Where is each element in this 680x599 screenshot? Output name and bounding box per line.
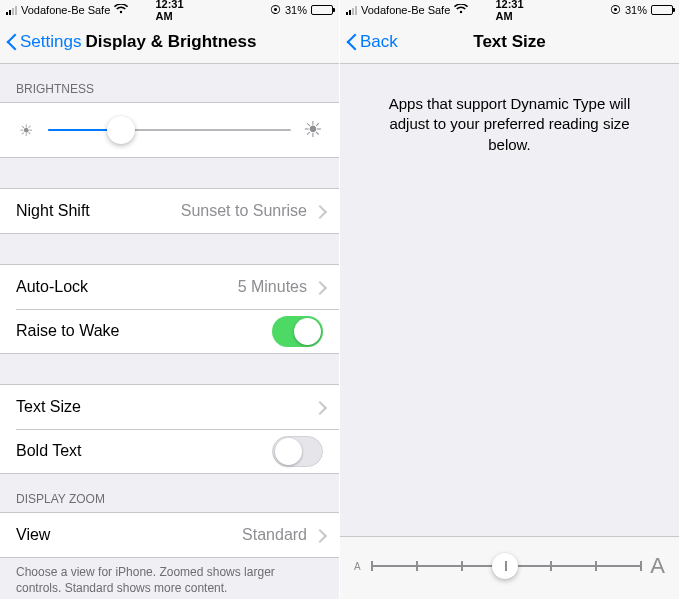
slider-tick bbox=[461, 561, 463, 571]
slider-tick bbox=[595, 561, 597, 571]
night-shift-value: Sunset to Sunrise bbox=[181, 202, 307, 220]
slider-tick bbox=[640, 561, 642, 571]
auto-lock-label: Auto-Lock bbox=[16, 278, 238, 296]
brightness-high-icon: ☀︎ bbox=[303, 117, 323, 143]
raise-to-wake-label: Raise to Wake bbox=[16, 322, 272, 340]
battery-icon bbox=[651, 5, 673, 15]
slider-tick bbox=[505, 561, 507, 571]
small-a-icon: A bbox=[354, 561, 361, 572]
back-label: Back bbox=[360, 32, 398, 52]
brightness-low-icon: ☀︎ bbox=[16, 121, 36, 140]
brightness-slider-row: ☀︎ ☀︎ bbox=[0, 103, 339, 157]
status-bar: Vodafone-Be Safe 12:31 AM ⦿ 31% bbox=[340, 0, 679, 20]
chevron-right-icon bbox=[315, 529, 323, 542]
content: BRIGHTNESS ☀︎ ☀︎ Night Shift Sunset to S… bbox=[0, 64, 339, 599]
text-size-row[interactable]: Text Size bbox=[0, 385, 339, 429]
chevron-right-icon bbox=[315, 401, 323, 414]
display-zoom-footer: Choose a view for iPhone. Zoomed shows l… bbox=[0, 558, 339, 599]
nav-bar: Back Text Size bbox=[340, 20, 679, 64]
chevron-right-icon bbox=[315, 205, 323, 218]
slider-tick bbox=[416, 561, 418, 571]
auto-lock-value: 5 Minutes bbox=[238, 278, 307, 296]
text-size-slider[interactable] bbox=[371, 565, 641, 567]
wifi-icon bbox=[114, 3, 128, 17]
alarm-icon: ⦿ bbox=[270, 4, 281, 16]
brightness-slider[interactable] bbox=[48, 129, 291, 131]
alarm-icon: ⦿ bbox=[610, 4, 621, 16]
slider-thumb[interactable] bbox=[107, 116, 135, 144]
slider-tick bbox=[371, 561, 373, 571]
page-title: Display & Brightness bbox=[81, 32, 256, 52]
carrier-label: Vodafone-Be Safe bbox=[21, 4, 110, 16]
back-button[interactable]: Back bbox=[340, 32, 398, 52]
content: Apps that support Dynamic Type will adju… bbox=[340, 64, 679, 599]
view-row[interactable]: View Standard bbox=[0, 513, 339, 557]
raise-to-wake-row: Raise to Wake bbox=[0, 309, 339, 353]
display-zoom-header: DISPLAY ZOOM bbox=[0, 474, 339, 512]
signal-icon bbox=[6, 6, 17, 15]
carrier-label: Vodafone-Be Safe bbox=[361, 4, 450, 16]
bold-text-row: Bold Text bbox=[0, 429, 339, 473]
night-shift-label: Night Shift bbox=[16, 202, 181, 220]
screen-text-size: Vodafone-Be Safe 12:31 AM ⦿ 31% Back Tex… bbox=[340, 0, 680, 599]
large-a-icon: A bbox=[650, 553, 665, 579]
bold-text-label: Bold Text bbox=[16, 442, 272, 460]
battery-percent: 31% bbox=[625, 4, 647, 16]
signal-icon bbox=[346, 6, 357, 15]
back-label: Settings bbox=[20, 32, 81, 52]
chevron-right-icon bbox=[315, 281, 323, 294]
brightness-header: BRIGHTNESS bbox=[0, 64, 339, 102]
battery-icon bbox=[311, 5, 333, 15]
text-size-description: Apps that support Dynamic Type will adju… bbox=[340, 64, 679, 185]
clock: 12:31 AM bbox=[495, 0, 523, 22]
screen-display-brightness: Vodafone-Be Safe 12:31 AM ⦿ 31% Settings… bbox=[0, 0, 340, 599]
back-button[interactable]: Settings bbox=[0, 32, 81, 52]
nav-bar: Settings Display & Brightness bbox=[0, 20, 339, 64]
text-size-label: Text Size bbox=[16, 398, 315, 416]
wifi-icon bbox=[454, 3, 468, 17]
battery-percent: 31% bbox=[285, 4, 307, 16]
raise-to-wake-toggle[interactable] bbox=[272, 316, 323, 347]
view-value: Standard bbox=[242, 526, 307, 544]
chevron-left-icon bbox=[6, 32, 18, 52]
bold-text-toggle[interactable] bbox=[272, 436, 323, 467]
text-size-slider-bar: A A bbox=[340, 536, 679, 599]
auto-lock-row[interactable]: Auto-Lock 5 Minutes bbox=[0, 265, 339, 309]
slider-tick bbox=[550, 561, 552, 571]
night-shift-row[interactable]: Night Shift Sunset to Sunrise bbox=[0, 189, 339, 233]
clock: 12:31 AM bbox=[155, 0, 183, 22]
status-bar: Vodafone-Be Safe 12:31 AM ⦿ 31% bbox=[0, 0, 339, 20]
view-label: View bbox=[16, 526, 242, 544]
chevron-left-icon bbox=[346, 32, 358, 52]
